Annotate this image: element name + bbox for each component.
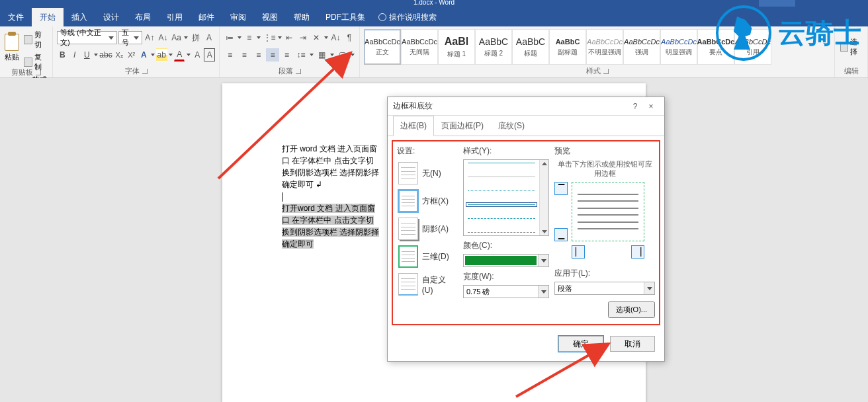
tab-view[interactable]: 视图 bbox=[254, 8, 286, 27]
enclose-char-button[interactable]: A bbox=[203, 31, 215, 44]
strike-button[interactable]: abc bbox=[99, 48, 112, 61]
chevron-down-icon[interactable] bbox=[329, 48, 335, 61]
chevron-down-icon[interactable] bbox=[324, 31, 328, 44]
preset-3d[interactable]: 三维(D) bbox=[397, 243, 458, 270]
dialog-tab-page-border[interactable]: 页面边框(P) bbox=[434, 116, 491, 136]
bold-button[interactable]: B bbox=[57, 48, 68, 61]
style-strong[interactable]: AaBbCcDc要点 bbox=[697, 29, 734, 65]
preset-box[interactable]: 方框(X) bbox=[397, 187, 458, 215]
chevron-down-icon[interactable] bbox=[184, 31, 189, 44]
dialog-launcher-icon[interactable] bbox=[142, 69, 148, 74]
dialog-help-button[interactable]: ? bbox=[627, 102, 643, 111]
account-button[interactable] bbox=[759, 0, 795, 7]
style-title[interactable]: AaBbC标题 bbox=[512, 29, 549, 65]
tab-mailings[interactable]: 邮件 bbox=[191, 8, 222, 27]
width-picker[interactable]: 0.75 磅 bbox=[463, 285, 549, 298]
tab-home[interactable]: 开始 bbox=[32, 8, 64, 27]
line-spacing-button[interactable]: ↕≡ bbox=[294, 48, 307, 61]
font-color-button[interactable]: A bbox=[174, 48, 185, 61]
ok-button[interactable]: 确定 bbox=[558, 336, 603, 352]
style-line-solid[interactable] bbox=[468, 163, 535, 163]
tab-file[interactable]: 文件 bbox=[0, 8, 32, 27]
style-line-selected[interactable] bbox=[468, 204, 535, 205]
show-marks-button[interactable]: ¶ bbox=[343, 31, 355, 44]
dialog-launcher-icon[interactable] bbox=[296, 69, 301, 74]
grow-font-button[interactable]: A↑ bbox=[144, 31, 155, 44]
chevron-down-icon[interactable] bbox=[350, 48, 355, 61]
color-picker[interactable] bbox=[463, 254, 549, 267]
highlight-button[interactable]: ab bbox=[156, 48, 167, 61]
chevron-down-icon[interactable] bbox=[538, 286, 548, 298]
chevron-down-icon[interactable] bbox=[94, 48, 98, 61]
style-subtitle[interactable]: AaBbC副标题 bbox=[549, 29, 586, 65]
text-effects-button[interactable]: A bbox=[138, 48, 150, 61]
align-right-button[interactable]: ≡ bbox=[252, 48, 265, 61]
tab-pdf[interactable]: PDF工具集 bbox=[318, 8, 373, 27]
preset-custom[interactable]: 自定义(U) bbox=[397, 270, 458, 298]
style-scrollbar[interactable] bbox=[539, 160, 548, 235]
paste-button[interactable]: 粘贴 bbox=[4, 29, 20, 66]
style-line-dotted[interactable] bbox=[468, 190, 535, 191]
preset-shadow[interactable]: 阴影(A) bbox=[397, 215, 458, 243]
subscript-button[interactable]: X₂ bbox=[114, 48, 125, 61]
distribute-button[interactable]: ≡ bbox=[281, 48, 293, 61]
sort-button[interactable]: A↓ bbox=[329, 31, 341, 44]
dialog-launcher-icon[interactable] bbox=[603, 69, 609, 74]
tell-me-search[interactable]: 操作说明搜索 bbox=[378, 12, 437, 23]
chevron-down-icon[interactable] bbox=[538, 255, 548, 266]
options-button[interactable]: 选项(O)... bbox=[608, 302, 655, 318]
chevron-down-icon[interactable] bbox=[186, 48, 190, 61]
tab-references[interactable]: 引用 bbox=[159, 8, 191, 27]
tab-layout[interactable]: 布局 bbox=[127, 8, 159, 27]
increase-indent-button[interactable]: ⇥ bbox=[297, 31, 309, 44]
char-shading-button[interactable]: A bbox=[192, 48, 203, 61]
decrease-indent-button[interactable]: ⇤ bbox=[283, 31, 295, 44]
tab-review[interactable]: 审阅 bbox=[222, 8, 254, 27]
apply-to-select[interactable]: 段落 bbox=[554, 282, 655, 295]
char-border-button[interactable]: A bbox=[204, 48, 215, 61]
dialog-launcher-icon[interactable] bbox=[36, 70, 41, 75]
tab-design[interactable]: 设计 bbox=[95, 8, 127, 27]
border-style-list[interactable] bbox=[463, 159, 549, 236]
style-heading2[interactable]: AaBbC标题 2 bbox=[475, 29, 512, 65]
numbering-button[interactable]: ≡ bbox=[243, 31, 255, 44]
chevron-down-icon[interactable] bbox=[237, 31, 241, 44]
style-line-dashed[interactable] bbox=[468, 218, 535, 219]
justify-button[interactable]: ≡ bbox=[266, 48, 279, 61]
dialog-tab-border[interactable]: 边框(B) bbox=[393, 116, 434, 136]
tab-insert[interactable]: 插入 bbox=[64, 8, 95, 27]
chevron-down-icon[interactable] bbox=[277, 31, 282, 44]
dialog-close-button[interactable]: × bbox=[643, 102, 659, 111]
chevron-down-icon[interactable] bbox=[257, 31, 261, 44]
cancel-button[interactable]: 取消 bbox=[610, 336, 655, 352]
phonetic-guide-button[interactable]: 拼 bbox=[190, 31, 202, 44]
borders-button[interactable]: ▢ bbox=[336, 48, 349, 61]
edge-right-button[interactable]: ▕ bbox=[631, 245, 644, 259]
style-line-dash2[interactable] bbox=[468, 232, 535, 233]
style-no-spacing[interactable]: AaBbCcDc无间隔 bbox=[401, 29, 438, 65]
multilevel-button[interactable]: ⋮≡ bbox=[263, 31, 276, 44]
styles-gallery[interactable]: AaBbCcDc正文 AaBbCcDc无间隔 AaBl标题 1 AaBbC标题 … bbox=[364, 29, 830, 65]
select-button[interactable]: 选择 bbox=[839, 36, 863, 58]
preset-none[interactable]: 无(N) bbox=[397, 159, 458, 187]
style-quote[interactable]: AaBbCcDc引用 bbox=[734, 29, 771, 65]
bullets-button[interactable]: ≔ bbox=[224, 31, 236, 44]
edge-left-button[interactable]: ▏ bbox=[572, 245, 585, 259]
change-case-button[interactable]: Aa bbox=[171, 31, 183, 44]
align-center-button[interactable]: ≡ bbox=[238, 48, 250, 61]
chevron-down-icon[interactable] bbox=[644, 282, 654, 294]
chevron-down-icon[interactable] bbox=[309, 48, 314, 61]
style-emphasis[interactable]: AaBbCcDc强调 bbox=[623, 29, 660, 65]
superscript-button[interactable]: X² bbox=[126, 48, 138, 61]
underline-button[interactable]: U bbox=[81, 48, 93, 61]
body-text[interactable]: 打开 word 文档 进入页面窗口 在字体栏中 点击文字切换到阴影选项栏 选择阴… bbox=[282, 143, 381, 250]
style-intense-emph[interactable]: AaBbCcDc明显强调 bbox=[660, 29, 697, 65]
font-size-combo[interactable]: 五号 bbox=[118, 31, 143, 44]
shrink-font-button[interactable]: A↓ bbox=[157, 31, 169, 44]
style-heading1[interactable]: AaBl标题 1 bbox=[438, 29, 475, 65]
edge-bottom-button[interactable]: ▁ bbox=[554, 228, 568, 241]
style-normal[interactable]: AaBbCcDc正文 bbox=[364, 29, 401, 65]
style-line-thin[interactable] bbox=[468, 177, 535, 177]
asian-layout-button[interactable]: ✕ bbox=[310, 31, 322, 44]
dialog-tab-shading[interactable]: 底纹(S) bbox=[491, 116, 532, 136]
